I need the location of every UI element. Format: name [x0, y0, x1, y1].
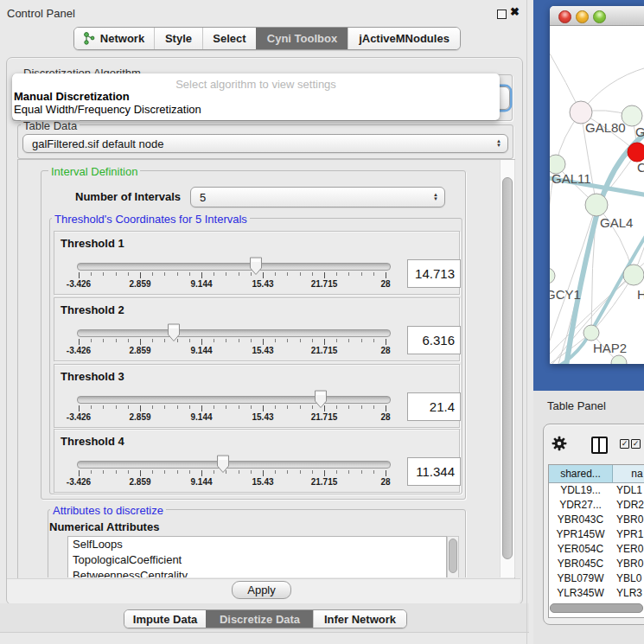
threshold-4-value[interactable]: 11.344 [407, 457, 461, 486]
panel-divider [526, 0, 527, 644]
node-label-hap2: HAP2 [593, 341, 627, 355]
combo-arrows-icon: ▲▼ [433, 188, 438, 207]
popup-hint: Select algorithm to view settings [12, 78, 500, 91]
table-horizontal-scrollbar[interactable] [550, 603, 643, 613]
threshold-1-value[interactable]: 14.713 [407, 259, 461, 288]
node-label-gal11: GAL11 [552, 171, 591, 186]
number-of-intervals-label: Number of Intervals [75, 190, 181, 203]
threshold-4-slider-thumb[interactable] [216, 455, 230, 474]
threshold-2-slider[interactable] [77, 329, 391, 337]
checkbox-icon[interactable]: ✓ [620, 439, 629, 449]
network-canvas[interactable]: GAL80 GA C GAL11 GAL4 GCY1 H HAP2 [550, 26, 644, 364]
list-item[interactable]: TopologicalCoefficient [68, 552, 446, 568]
network-icon [84, 32, 95, 45]
thresholds-group-label: Threshold's Coordinates for 5 Intervals [52, 213, 250, 226]
column-header-shared-name[interactable]: shared... [549, 465, 613, 483]
threshold-3-slider-thumb[interactable] [314, 390, 328, 409]
node-table: shared... na YDL19...YDL1 YDR27...YDR2 Y… [548, 464, 644, 618]
minimize-traffic-light[interactable] [576, 10, 589, 23]
threshold-3-value[interactable]: 21.4 [407, 392, 461, 421]
threshold-1-slider-thumb[interactable] [249, 257, 263, 276]
attributes-list: SelfLoops TopologicalCoefficient Between… [67, 536, 447, 579]
node-label-gal80: GAL80 [585, 120, 626, 135]
node-label-gal4: GAL4 [600, 215, 633, 230]
table-panel-title: Table Panel [547, 399, 606, 412]
attributes-group-label: Attributes to discretize [50, 504, 166, 517]
top-tab-bar: Network Style Select Cyni Toolbox jActiv… [73, 27, 461, 50]
apply-button[interactable]: Apply [232, 581, 291, 599]
bottom-tab-bar: Impute Data Discretize Data Infer Networ… [124, 609, 407, 628]
node-label-h: H [637, 287, 644, 302]
threshold-3-label: Threshold 3 [61, 370, 124, 383]
settings-scrollbar[interactable] [500, 160, 515, 577]
threshold-panel-2: Threshold 2 -3.426 2.859 9.144 15.43 21.… [54, 297, 460, 361]
node-label-ga: GA [635, 124, 644, 139]
popup-item-manual-discretization[interactable]: Manual Discretization [14, 90, 130, 103]
threshold-2-label: Threshold 2 [61, 303, 124, 316]
tab-style[interactable]: Style [154, 28, 202, 49]
node-label-gcy1: GCY1 [550, 287, 581, 302]
threshold-panel-1: Threshold 1 -3.426 2.859 9.144 15.43 21.… [54, 231, 460, 295]
gear-icon[interactable] [552, 436, 567, 451]
threshold-4-slider[interactable] [77, 461, 391, 469]
threshold-1-slider[interactable] [77, 263, 391, 271]
network-window-titlebar[interactable] [550, 6, 644, 26]
combo-arrows-icon: ▲▼ [496, 135, 501, 152]
columns-icon[interactable] [591, 437, 608, 454]
tab-infer-network[interactable]: Infer Network [313, 610, 406, 628]
popup-item-equal-width[interactable]: Equal Width/Frequency Discretization [14, 103, 201, 116]
node-label-c: C [637, 160, 644, 175]
tab-network-label: Network [100, 32, 144, 45]
table-data-combo[interactable]: galFiltered.sif default node ▲▼ [22, 134, 508, 153]
tab-cyni-toolbox[interactable]: Cyni Toolbox [256, 28, 348, 49]
tab-jactivemnodules[interactable]: jActiveMNodules [348, 28, 460, 49]
table-data-label: Table Data [21, 119, 80, 132]
threshold-panel-3: Threshold 3 -3.426 2.859 9.144 15.43 21.… [54, 364, 460, 428]
threshold-3-slider[interactable] [77, 396, 391, 404]
number-of-intervals-combo[interactable]: 5 ▲▼ [190, 187, 445, 207]
numerical-attributes-label: Numerical Attributes [49, 520, 159, 533]
zoom-traffic-light[interactable] [593, 10, 606, 23]
float-window-button[interactable] [497, 10, 507, 19]
attributes-list-scrollbar[interactable] [447, 536, 459, 579]
tab-network[interactable]: Network [74, 28, 154, 49]
interval-definition-label: Interval Definition [48, 165, 140, 178]
checkbox-icon[interactable]: ✓ [631, 439, 641, 449]
panel-title: Control Panel [7, 7, 75, 20]
close-icon[interactable]: ✖ [510, 5, 520, 18]
tab-discretize-data[interactable]: Discretize Data [206, 610, 313, 628]
threshold-4-label: Threshold 4 [61, 435, 124, 448]
close-traffic-light[interactable] [558, 10, 571, 23]
threshold-2-value[interactable]: 6.316 [407, 326, 461, 354]
threshold-panel-4: Threshold 4 -3.426 2.859 9.144 15.43 21.… [54, 429, 460, 493]
tab-impute-data[interactable]: Impute Data [124, 610, 206, 628]
algorithm-dropdown-popup: Select algorithm to view settings Manual… [12, 73, 500, 120]
network-view-window: GAL80 GA C GAL11 GAL4 GCY1 H HAP2 [550, 6, 644, 364]
column-header-name[interactable]: na [613, 465, 644, 483]
list-item[interactable]: SelfLoops [68, 537, 446, 552]
tab-select[interactable]: Select [202, 28, 256, 49]
threshold-2-slider-thumb[interactable] [167, 323, 181, 342]
threshold-1-label: Threshold 1 [61, 237, 124, 250]
